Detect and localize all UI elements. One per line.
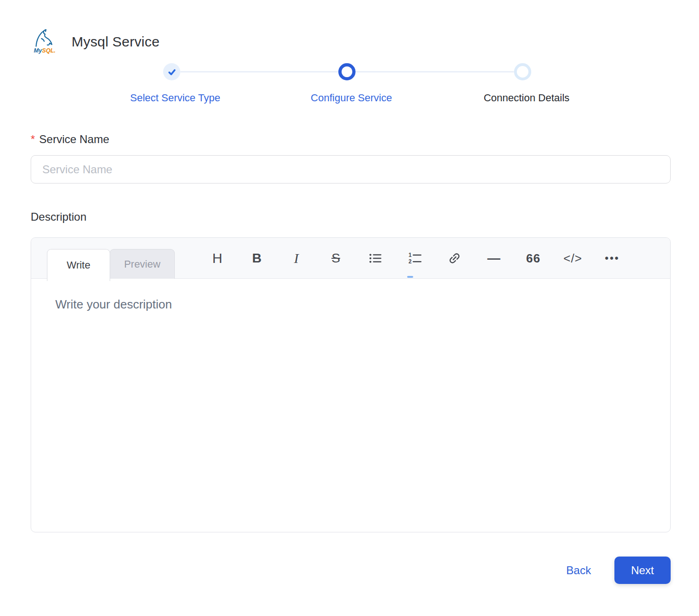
step-circle-connection-details [514,63,531,80]
tab-write[interactable]: Write [47,249,110,281]
step-label-select-service-type: Select Service Type [130,92,220,104]
editor-toolbar: Write Preview H B I S [31,238,670,279]
editor-tabs: Write Preview [47,249,175,281]
next-button[interactable]: Next [614,557,671,584]
ordered-list-underline-artifact [407,276,413,278]
bold-button[interactable]: B [237,238,277,279]
editor-body [31,279,670,532]
stepper: Select Service Type Configure Service Co… [31,63,671,108]
strikethrough-icon: S [331,251,340,266]
link-button[interactable] [435,238,474,279]
editor-tools: H B I S [198,238,632,279]
description-label: Description [31,210,671,223]
step-label-connection-details: Connection Details [484,92,570,104]
step-circle-configure-service [338,63,356,80]
step-circle-select-service-type [163,63,180,80]
svg-text:1: 1 [409,252,412,258]
svg-text:MySQL.: MySQL. [34,47,56,54]
ordered-list-icon: 12 [408,251,422,265]
check-icon [167,67,177,77]
code-button[interactable]: </> [553,238,593,279]
step-label-configure-service: Configure Service [311,92,392,104]
link-icon [448,251,462,265]
unordered-list-icon [369,251,382,265]
back-button[interactable]: Back [566,564,591,577]
stepper-connector [180,71,338,72]
bold-icon: B [252,251,261,266]
unordered-list-button[interactable] [356,238,395,279]
service-name-label: * Service Name [31,133,671,146]
more-button[interactable]: ••• [593,238,632,279]
more-icon: ••• [605,252,620,264]
required-asterisk: * [31,133,35,146]
ordered-list-button[interactable]: 12 [395,238,435,279]
mysql-logo-icon: MySQL. [31,26,59,57]
code-icon: </> [563,251,582,266]
quote-icon: 66 [526,251,541,266]
tab-preview[interactable]: Preview [110,249,175,279]
heading-button[interactable]: H [198,238,237,279]
description-textarea[interactable] [31,279,670,532]
svg-text:2: 2 [409,258,412,265]
italic-icon: I [294,250,299,266]
footer-actions: Back Next [31,557,671,584]
page-title: Mysql Service [72,34,159,50]
italic-button[interactable]: I [277,238,316,279]
page-header: MySQL. Mysql Service [31,27,671,57]
configure-service-page: MySQL. Mysql Service Select Service Type… [31,0,671,584]
strikethrough-button[interactable]: S [316,238,356,279]
description-editor: Write Preview H B I S [31,237,671,532]
horizontal-rule-button[interactable]: — [474,238,514,279]
heading-icon: H [212,250,223,266]
quote-button[interactable]: 66 [514,238,553,279]
stepper-connector [356,71,514,72]
service-name-input[interactable] [31,155,671,183]
horizontal-rule-icon: — [488,251,501,266]
